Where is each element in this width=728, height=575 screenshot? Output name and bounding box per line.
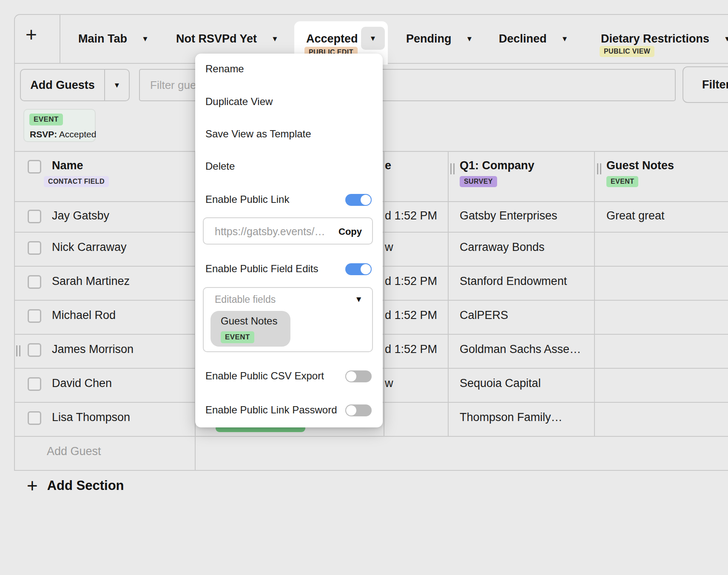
filter-button[interactable]: Filter: [682, 66, 728, 103]
tab-label: Declined: [499, 32, 547, 46]
add-guests-dropdown-button[interactable]: ▼: [105, 70, 129, 100]
filter-chip-value: Accepted: [57, 129, 96, 139]
row-checkbox[interactable]: [28, 210, 41, 223]
view-options-menu: Rename Duplicate View Save View as Templ…: [195, 54, 383, 427]
add-section-button[interactable]: + Add Section: [27, 475, 124, 496]
public-link-url-box[interactable]: https://gatsby.events/… Copy: [203, 217, 373, 245]
table-gridline: [14, 436, 728, 437]
filter-chip-label: RSVP: Accepted: [30, 129, 96, 139]
add-guests-split-button[interactable]: Add Guests ▼: [20, 69, 130, 101]
tab-dietary-restrictions[interactable]: Dietary Restrictions ▼: [601, 32, 728, 46]
guest-name-cell[interactable]: David Chen: [52, 377, 112, 390]
guest-notes-cell[interactable]: Great great: [606, 209, 665, 222]
guest-name-cell[interactable]: James Morrison: [52, 343, 134, 356]
drag-handle-icon[interactable]: [450, 163, 455, 174]
enable-public-link-label: Enable Public Link: [205, 194, 289, 207]
chevron-down-icon[interactable]: ▼: [355, 295, 363, 304]
add-section-label: Add Section: [47, 478, 124, 493]
chevron-down-icon[interactable]: ▼: [724, 35, 728, 43]
row-checkbox[interactable]: [28, 275, 41, 289]
company-cell[interactable]: Gatsby Enterprises: [460, 209, 557, 222]
chevron-down-icon[interactable]: ▼: [561, 35, 569, 43]
drag-handle-icon[interactable]: [597, 163, 602, 174]
company-cell[interactable]: Thompson Family…: [460, 411, 563, 424]
chevron-down-icon[interactable]: ▼: [271, 35, 279, 43]
rsvp-date-cell[interactable]: d 1:52 PM: [385, 209, 437, 222]
tab-label: Pending: [406, 32, 452, 46]
tab-label: Main Tab: [78, 32, 127, 46]
editable-field-chip[interactable]: Guest Notes EVENT: [210, 311, 290, 347]
guest-name-cell[interactable]: Jay Gatsby: [52, 209, 109, 222]
tab-options-button[interactable]: ▼: [361, 27, 385, 50]
filter-button-label: Filter: [702, 78, 728, 91]
company-cell[interactable]: CalPERS: [460, 309, 508, 322]
add-view-button[interactable]: +: [26, 25, 37, 44]
enable-public-field-edits-toggle[interactable]: [345, 263, 372, 275]
guest-name-cell[interactable]: Lisa Thompson: [52, 411, 130, 424]
tab-not-rsvpd-yet[interactable]: Not RSVPd Yet ▼: [176, 32, 279, 46]
column-divider: [384, 151, 384, 436]
add-guest-row[interactable]: Add Guest: [47, 445, 101, 458]
row-checkbox[interactable]: [28, 377, 41, 391]
rsvp-date-cell[interactable]: d 1:52 PM: [385, 343, 437, 356]
table-gridline: [14, 470, 728, 471]
event-badge: EVENT: [29, 114, 63, 125]
guest-name-cell[interactable]: Nick Carraway: [52, 241, 127, 254]
editable-fields-select[interactable]: Editable fields ▼ Guest Notes EVENT: [203, 287, 373, 352]
enable-public-link-toggle[interactable]: [345, 194, 372, 206]
copy-link-button[interactable]: Copy: [338, 226, 362, 237]
plus-icon: +: [27, 475, 38, 496]
table-left-border: [14, 60, 15, 470]
enable-public-field-edits-label: Enable Public Field Edits: [205, 263, 318, 276]
guest-name-cell[interactable]: Michael Rod: [52, 309, 116, 322]
guest-name-cell[interactable]: Sarah Martinez: [52, 275, 130, 288]
row-checkbox[interactable]: [28, 411, 41, 425]
column-header-name: Name: [52, 159, 83, 172]
chevron-down-icon: ▼: [114, 82, 121, 89]
company-cell[interactable]: Sequoia Capital: [460, 377, 541, 390]
select-all-checkbox[interactable]: [28, 160, 41, 174]
column-header-guest-notes: Guest Notes: [606, 159, 674, 172]
menu-item-duplicate-view[interactable]: Duplicate View: [205, 96, 273, 109]
rsvp-date-cell[interactable]: w: [385, 377, 393, 390]
enable-public-link-password-label: Enable Public Link Password: [205, 404, 337, 418]
guest-list-app: + Main Tab ▼ Not RSVPd Yet ▼ Accepted ▼ …: [0, 0, 728, 575]
public-view-badge: PUBLIC VIEW: [600, 46, 654, 57]
rsvp-date-cell[interactable]: d 1:52 PM: [385, 309, 437, 322]
event-badge: EVENT: [221, 331, 254, 343]
rsvp-date-cell[interactable]: d 1:52 PM: [385, 275, 437, 288]
row-checkbox[interactable]: [28, 343, 41, 357]
rsvp-date-cell[interactable]: w: [385, 241, 393, 254]
tab-label: Dietary Restrictions: [601, 32, 709, 46]
tab-declined[interactable]: Declined ▼: [499, 32, 568, 46]
column-divider: [448, 151, 449, 436]
date-column-header-fragment: e: [385, 159, 391, 172]
column-divider: [594, 151, 595, 436]
menu-item-save-view-as-template[interactable]: Save View as Template: [205, 128, 311, 142]
company-cell[interactable]: Stanford Endowment: [460, 275, 567, 288]
event-badge: EVENT: [606, 176, 638, 187]
tab-pending[interactable]: Pending ▼: [406, 32, 473, 46]
enable-public-csv-export-toggle[interactable]: [345, 370, 372, 382]
toggle-knob: [361, 195, 371, 205]
column-header-company: Q1: Company: [460, 159, 535, 172]
row-checkbox[interactable]: [28, 309, 41, 323]
filter-chip-field: RSVP:: [30, 129, 57, 139]
menu-item-rename[interactable]: Rename: [205, 63, 244, 77]
tab-label: Accepted: [306, 32, 358, 46]
field-chip-label: Guest Notes: [221, 315, 277, 327]
add-guests-button[interactable]: Add Guests: [21, 70, 105, 100]
editable-fields-placeholder: Editable fields: [215, 294, 276, 305]
chevron-down-icon: ▼: [370, 35, 377, 42]
company-cell[interactable]: Goldman Sachs Asse…: [460, 343, 581, 356]
menu-item-delete[interactable]: Delete: [205, 160, 235, 174]
company-cell[interactable]: Carraway Bonds: [460, 241, 545, 254]
row-checkbox[interactable]: [28, 241, 41, 255]
row-drag-handle-icon[interactable]: [16, 345, 21, 356]
chevron-down-icon[interactable]: ▼: [142, 35, 149, 43]
active-filter-chip[interactable]: EVENT RSVP: Accepted: [23, 109, 96, 142]
enable-public-link-password-toggle[interactable]: [345, 404, 372, 416]
toggle-knob: [361, 264, 371, 274]
chevron-down-icon[interactable]: ▼: [466, 35, 473, 43]
tab-main-tab[interactable]: Main Tab ▼: [78, 32, 149, 46]
